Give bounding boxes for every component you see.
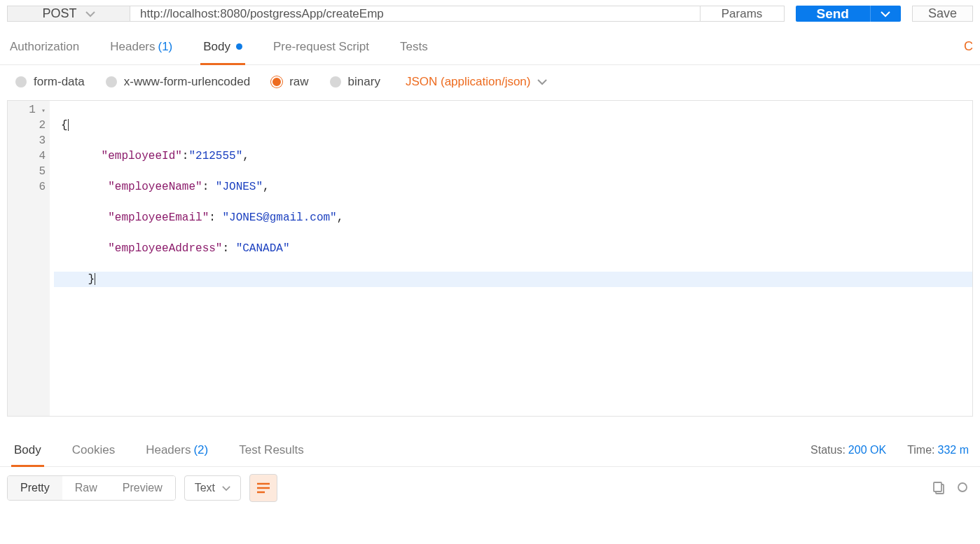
- tab-headers[interactable]: Headers (1): [107, 29, 175, 64]
- request-url-input[interactable]: [130, 6, 700, 21]
- tab-tests[interactable]: Tests: [397, 29, 431, 64]
- response-headers-count: (2): [193, 443, 208, 457]
- body-type-form-data[interactable]: form-data: [15, 75, 85, 89]
- editor-content[interactable]: { "employeeId":"212555", "employeeName":…: [50, 101, 972, 416]
- headers-count: (1): [158, 40, 173, 54]
- unsaved-dot-icon: [236, 43, 242, 50]
- response-view-preview[interactable]: Preview: [110, 476, 175, 500]
- http-method-value: POST: [42, 6, 76, 21]
- send-dropdown-button[interactable]: [870, 6, 901, 22]
- radio-icon: [330, 76, 341, 88]
- body-type-raw[interactable]: raw: [271, 75, 308, 89]
- radio-icon: [15, 76, 27, 88]
- editor-gutter: 1 ▾ 2 3 4 5 6: [8, 101, 50, 416]
- tab-pre-request-script[interactable]: Pre-request Script: [270, 29, 372, 64]
- json-value: "212555": [188, 150, 242, 162]
- body-type-urlencoded[interactable]: x-www-form-urlencoded: [106, 75, 250, 89]
- response-tab-body[interactable]: Body: [11, 433, 44, 466]
- response-format-select[interactable]: Text: [184, 475, 241, 501]
- content-type-select[interactable]: JSON (application/json): [406, 75, 548, 89]
- save-button[interactable]: Save: [912, 6, 973, 22]
- svg-point-5: [958, 483, 967, 491]
- tab-authorization[interactable]: Authorization: [7, 29, 82, 64]
- request-body-editor[interactable]: 1 ▾ 2 3 4 5 6 { "employeeId":"212555", "…: [7, 100, 973, 417]
- line-wrap-icon: [256, 482, 270, 494]
- copy-icon[interactable]: [932, 481, 946, 495]
- chevron-down-icon: [881, 11, 890, 18]
- json-value: "CANADA": [236, 242, 290, 255]
- response-tab-test-results[interactable]: Test Results: [236, 433, 307, 466]
- response-tab-headers[interactable]: Headers (2): [143, 433, 211, 466]
- send-button[interactable]: Send: [796, 6, 870, 22]
- response-tab-cookies[interactable]: Cookies: [69, 433, 118, 466]
- radio-icon: [271, 76, 282, 88]
- radio-icon: [106, 76, 117, 88]
- response-time: 332 m: [938, 444, 969, 456]
- response-meta: Status:200 OK Time:332 m: [810, 444, 969, 456]
- toggle-line-wrap-button[interactable]: [249, 474, 277, 502]
- tab-body[interactable]: Body: [200, 29, 245, 64]
- chevron-down-icon: [537, 78, 547, 85]
- response-view-mode: Pretty Raw Preview: [7, 475, 176, 501]
- body-type-binary[interactable]: binary: [330, 75, 380, 89]
- http-method-select[interactable]: POST: [8, 6, 130, 21]
- chevron-down-icon: [85, 11, 95, 18]
- json-value: "JONES@gmail.com": [222, 211, 336, 224]
- response-view-raw[interactable]: Raw: [62, 476, 110, 500]
- response-status: 200 OK: [848, 444, 886, 456]
- json-value: "JONES": [216, 181, 263, 193]
- svg-rect-4: [934, 482, 941, 491]
- response-view-pretty[interactable]: Pretty: [8, 476, 62, 500]
- tabs-overflow: C: [964, 39, 973, 54]
- chevron-down-icon: [222, 485, 230, 491]
- search-icon[interactable]: [956, 481, 970, 495]
- params-button[interactable]: Params: [700, 6, 784, 21]
